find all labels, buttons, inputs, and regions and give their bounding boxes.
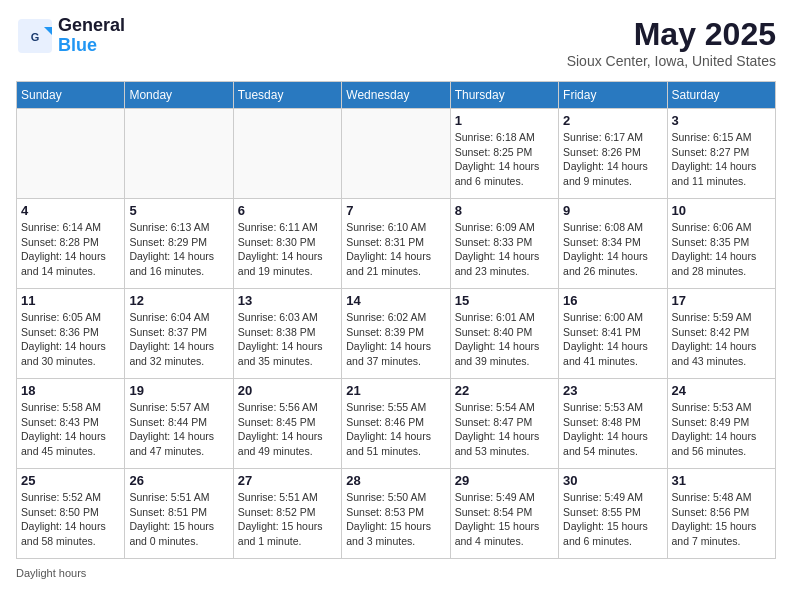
calendar-col-header: Wednesday [342,82,450,109]
day-info: Sunrise: 5:58 AM Sunset: 8:43 PM Dayligh… [21,400,120,459]
calendar-day-cell: 16Sunrise: 6:00 AM Sunset: 8:41 PM Dayli… [559,289,667,379]
day-info: Sunrise: 5:51 AM Sunset: 8:52 PM Dayligh… [238,490,337,549]
calendar-day-cell: 25Sunrise: 5:52 AM Sunset: 8:50 PM Dayli… [17,469,125,559]
day-number: 31 [672,473,771,488]
location: Sioux Center, Iowa, United States [567,53,776,69]
day-number: 10 [672,203,771,218]
day-info: Sunrise: 5:54 AM Sunset: 8:47 PM Dayligh… [455,400,554,459]
day-info: Sunrise: 6:13 AM Sunset: 8:29 PM Dayligh… [129,220,228,279]
day-info: Sunrise: 6:10 AM Sunset: 8:31 PM Dayligh… [346,220,445,279]
calendar-day-cell: 26Sunrise: 5:51 AM Sunset: 8:51 PM Dayli… [125,469,233,559]
title-area: May 2025 Sioux Center, Iowa, United Stat… [567,16,776,69]
calendar-day-cell: 24Sunrise: 5:53 AM Sunset: 8:49 PM Dayli… [667,379,775,469]
day-info: Sunrise: 5:50 AM Sunset: 8:53 PM Dayligh… [346,490,445,549]
day-number: 9 [563,203,662,218]
calendar-day-cell [342,109,450,199]
calendar-day-cell: 23Sunrise: 5:53 AM Sunset: 8:48 PM Dayli… [559,379,667,469]
day-number: 1 [455,113,554,128]
calendar-day-cell: 9Sunrise: 6:08 AM Sunset: 8:34 PM Daylig… [559,199,667,289]
day-number: 21 [346,383,445,398]
logo-icon: G [16,17,54,55]
calendar-week-row: 4Sunrise: 6:14 AM Sunset: 8:28 PM Daylig… [17,199,776,289]
day-info: Sunrise: 5:53 AM Sunset: 8:48 PM Dayligh… [563,400,662,459]
calendar-day-cell: 20Sunrise: 5:56 AM Sunset: 8:45 PM Dayli… [233,379,341,469]
calendar-day-cell: 29Sunrise: 5:49 AM Sunset: 8:54 PM Dayli… [450,469,558,559]
day-info: Sunrise: 5:59 AM Sunset: 8:42 PM Dayligh… [672,310,771,369]
day-info: Sunrise: 6:04 AM Sunset: 8:37 PM Dayligh… [129,310,228,369]
day-info: Sunrise: 5:48 AM Sunset: 8:56 PM Dayligh… [672,490,771,549]
day-number: 2 [563,113,662,128]
day-number: 22 [455,383,554,398]
day-number: 4 [21,203,120,218]
day-info: Sunrise: 6:05 AM Sunset: 8:36 PM Dayligh… [21,310,120,369]
svg-text:G: G [31,31,40,43]
day-number: 24 [672,383,771,398]
calendar-day-cell: 12Sunrise: 6:04 AM Sunset: 8:37 PM Dayli… [125,289,233,379]
calendar-day-cell: 4Sunrise: 6:14 AM Sunset: 8:28 PM Daylig… [17,199,125,289]
calendar-day-cell [17,109,125,199]
day-info: Sunrise: 5:53 AM Sunset: 8:49 PM Dayligh… [672,400,771,459]
calendar-day-cell: 6Sunrise: 6:11 AM Sunset: 8:30 PM Daylig… [233,199,341,289]
calendar-col-header: Thursday [450,82,558,109]
day-info: Sunrise: 6:17 AM Sunset: 8:26 PM Dayligh… [563,130,662,189]
day-info: Sunrise: 6:00 AM Sunset: 8:41 PM Dayligh… [563,310,662,369]
page-header: G General Blue May 2025 Sioux Center, Io… [16,16,776,69]
day-info: Sunrise: 6:01 AM Sunset: 8:40 PM Dayligh… [455,310,554,369]
day-number: 15 [455,293,554,308]
calendar-day-cell: 30Sunrise: 5:49 AM Sunset: 8:55 PM Dayli… [559,469,667,559]
calendar-day-cell: 21Sunrise: 5:55 AM Sunset: 8:46 PM Dayli… [342,379,450,469]
calendar-day-cell [125,109,233,199]
day-number: 8 [455,203,554,218]
day-info: Sunrise: 5:49 AM Sunset: 8:55 PM Dayligh… [563,490,662,549]
day-number: 19 [129,383,228,398]
calendar-day-cell: 19Sunrise: 5:57 AM Sunset: 8:44 PM Dayli… [125,379,233,469]
calendar-day-cell: 3Sunrise: 6:15 AM Sunset: 8:27 PM Daylig… [667,109,775,199]
day-number: 28 [346,473,445,488]
calendar-day-cell: 22Sunrise: 5:54 AM Sunset: 8:47 PM Dayli… [450,379,558,469]
logo: G General Blue [16,16,125,56]
calendar-day-cell: 10Sunrise: 6:06 AM Sunset: 8:35 PM Dayli… [667,199,775,289]
calendar-table: SundayMondayTuesdayWednesdayThursdayFrid… [16,81,776,559]
calendar-day-cell: 15Sunrise: 6:01 AM Sunset: 8:40 PM Dayli… [450,289,558,379]
day-number: 29 [455,473,554,488]
day-info: Sunrise: 5:49 AM Sunset: 8:54 PM Dayligh… [455,490,554,549]
calendar-col-header: Monday [125,82,233,109]
logo-blue-text: Blue [58,36,125,56]
footer-note: Daylight hours [16,567,776,579]
calendar-day-cell: 1Sunrise: 6:18 AM Sunset: 8:25 PM Daylig… [450,109,558,199]
day-info: Sunrise: 6:03 AM Sunset: 8:38 PM Dayligh… [238,310,337,369]
month-title: May 2025 [567,16,776,53]
calendar-day-cell: 14Sunrise: 6:02 AM Sunset: 8:39 PM Dayli… [342,289,450,379]
calendar-day-cell: 7Sunrise: 6:10 AM Sunset: 8:31 PM Daylig… [342,199,450,289]
day-number: 25 [21,473,120,488]
calendar-col-header: Saturday [667,82,775,109]
calendar-col-header: Sunday [17,82,125,109]
day-number: 13 [238,293,337,308]
day-number: 16 [563,293,662,308]
day-info: Sunrise: 5:52 AM Sunset: 8:50 PM Dayligh… [21,490,120,549]
calendar-day-cell: 27Sunrise: 5:51 AM Sunset: 8:52 PM Dayli… [233,469,341,559]
calendar-week-row: 1Sunrise: 6:18 AM Sunset: 8:25 PM Daylig… [17,109,776,199]
day-info: Sunrise: 6:08 AM Sunset: 8:34 PM Dayligh… [563,220,662,279]
day-number: 30 [563,473,662,488]
day-info: Sunrise: 5:56 AM Sunset: 8:45 PM Dayligh… [238,400,337,459]
day-info: Sunrise: 6:09 AM Sunset: 8:33 PM Dayligh… [455,220,554,279]
day-info: Sunrise: 6:14 AM Sunset: 8:28 PM Dayligh… [21,220,120,279]
day-number: 3 [672,113,771,128]
calendar-day-cell: 18Sunrise: 5:58 AM Sunset: 8:43 PM Dayli… [17,379,125,469]
day-number: 27 [238,473,337,488]
day-info: Sunrise: 6:11 AM Sunset: 8:30 PM Dayligh… [238,220,337,279]
calendar-day-cell [233,109,341,199]
calendar-header-row: SundayMondayTuesdayWednesdayThursdayFrid… [17,82,776,109]
logo-general-text: General [58,16,125,36]
calendar-col-header: Friday [559,82,667,109]
day-number: 12 [129,293,228,308]
day-info: Sunrise: 6:18 AM Sunset: 8:25 PM Dayligh… [455,130,554,189]
day-info: Sunrise: 6:06 AM Sunset: 8:35 PM Dayligh… [672,220,771,279]
calendar-col-header: Tuesday [233,82,341,109]
calendar-day-cell: 28Sunrise: 5:50 AM Sunset: 8:53 PM Dayli… [342,469,450,559]
day-number: 5 [129,203,228,218]
day-number: 20 [238,383,337,398]
calendar-week-row: 25Sunrise: 5:52 AM Sunset: 8:50 PM Dayli… [17,469,776,559]
day-info: Sunrise: 6:15 AM Sunset: 8:27 PM Dayligh… [672,130,771,189]
